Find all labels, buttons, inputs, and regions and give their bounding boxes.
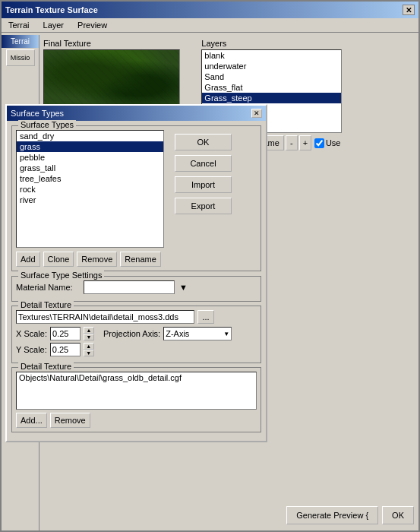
generate-preview-button[interactable]: Generate Preview {: [286, 506, 378, 524]
detail-texture-bottom-group: Detail Texture Objects\Natural\Detail\gr…: [11, 367, 261, 432]
y-scale-up[interactable]: ▲: [84, 343, 94, 350]
layers-label: Layers: [201, 39, 418, 48]
surface-action-buttons: Add Clone Remove Rename: [16, 252, 257, 267]
window-title: Terrain Texture Surface: [5, 5, 98, 14]
layer-item-selected[interactable]: Grass_steep: [202, 93, 341, 103]
plus-button[interactable]: +: [299, 135, 311, 150]
y-scale-row: Y Scale: ▲ ▼: [16, 343, 257, 356]
surface-types-group: Surface Types sand_dry grass pebble gras…: [11, 125, 261, 271]
layer-item[interactable]: Sand: [202, 71, 341, 82]
x-scale-row: X Scale: ▲ ▼ Projection Axis: Z-Axis ▼: [16, 327, 257, 340]
proj-axis-label: Projection Axis:: [103, 329, 160, 338]
proj-axis-select[interactable]: Z-Axis ▼: [163, 327, 232, 340]
texture-path-input[interactable]: [16, 310, 194, 324]
surface-type-settings-group: Surface Type Settings Material Name: ▼: [11, 276, 261, 302]
final-texture-preview: [43, 49, 180, 110]
combo-arrow-icon: ▼: [223, 331, 229, 337]
detail-texture-bottom-title: Detail Texture: [18, 362, 74, 371]
dialog-body: Surface Types sand_dry grass pebble gras…: [7, 121, 266, 441]
layer-item[interactable]: blank: [202, 50, 341, 61]
title-bar: Terrain Texture Surface ✕: [2, 2, 418, 18]
mission-button[interactable]: Missio: [6, 49, 35, 66]
layer-item[interactable]: Grass_flat: [202, 82, 341, 93]
material-name-input[interactable]: [84, 280, 175, 294]
detail-texture-item[interactable]: Objects\Natural\Detail\grass_oldb_detail…: [17, 372, 256, 383]
x-scale-spinners: ▲ ▼: [84, 327, 94, 340]
close-button[interactable]: ✕: [403, 5, 415, 15]
surface-item-sand-dry[interactable]: sand_dry: [17, 131, 163, 141]
y-scale-label: Y Scale:: [16, 345, 47, 354]
texture-path-row: ...: [16, 310, 257, 324]
left-panel-tab: Terrai: [2, 35, 39, 48]
dialog-right-buttons: OK Cancel Import Export: [175, 130, 232, 248]
menu-bar: Terrai Layer Preview: [2, 18, 418, 33]
dialog-close-button[interactable]: ✕: [251, 109, 262, 118]
menu-terrai[interactable]: Terrai: [5, 20, 33, 30]
dialog-ok-button[interactable]: OK: [175, 134, 232, 150]
detail-texture-listbox[interactable]: Objects\Natural\Detail\grass_oldb_detail…: [16, 372, 257, 410]
dialog-export-button[interactable]: Export: [175, 198, 232, 214]
clone-surface-button[interactable]: Clone: [43, 252, 74, 267]
settings-group-title: Surface Type Settings: [18, 271, 104, 280]
surface-item-tree-leafes[interactable]: tree_leafes: [17, 173, 163, 184]
add-surface-button[interactable]: Add: [16, 252, 40, 267]
surface-item-grass-tall[interactable]: grass_tall: [17, 163, 163, 173]
x-scale-down[interactable]: ▼: [84, 334, 94, 340]
minus-button[interactable]: -: [286, 135, 298, 150]
main-window: Terrain Texture Surface ✕ Terrai Layer P…: [0, 0, 420, 532]
add-detail-button[interactable]: Add...: [16, 413, 47, 428]
x-scale-label: X Scale:: [16, 329, 47, 338]
rename-surface-button[interactable]: Rename: [120, 252, 161, 267]
remove-surface-button[interactable]: Remove: [77, 252, 117, 267]
surface-item-rock[interactable]: rock: [17, 184, 163, 195]
x-scale-input[interactable]: [50, 327, 81, 340]
surface-types-list[interactable]: sand_dry grass pebble grass_tall tree_le…: [16, 130, 164, 248]
surface-item-grass[interactable]: grass: [17, 141, 163, 152]
surface-item-river[interactable]: river: [17, 195, 163, 205]
detail-texture-group: Detail Texture ... X Scale: ▲ ▼ Projecti…: [11, 306, 261, 363]
detail-texture-group-title: Detail Texture: [18, 300, 74, 309]
y-scale-spinners: ▲ ▼: [84, 343, 94, 356]
detail-action-buttons: Add... Remove: [16, 413, 257, 428]
dialog-import-button[interactable]: Import: [175, 176, 232, 193]
use-checkbox[interactable]: [314, 138, 324, 148]
surface-item-pebble[interactable]: pebble: [17, 152, 163, 163]
final-texture-label: Final Texture: [43, 39, 197, 48]
x-scale-up[interactable]: ▲: [84, 327, 94, 334]
surface-types-content: sand_dry grass pebble grass_tall tree_le…: [16, 130, 257, 248]
surface-types-group-title: Surface Types: [18, 120, 76, 129]
surface-types-dialog: Surface Types ✕ Surface Types sand_dry g…: [5, 104, 267, 442]
menu-layer[interactable]: Layer: [40, 20, 68, 30]
use-label: Use: [326, 138, 341, 147]
material-name-row: Material Name: ▼: [16, 280, 257, 294]
y-scale-input[interactable]: [50, 343, 81, 356]
browse-button[interactable]: ...: [197, 310, 214, 324]
remove-detail-button[interactable]: Remove: [50, 413, 90, 428]
material-arrow: ▼: [179, 283, 188, 292]
menu-preview[interactable]: Preview: [74, 20, 110, 30]
y-scale-down[interactable]: ▼: [84, 350, 94, 356]
material-name-label: Material Name:: [16, 283, 81, 292]
layer-item[interactable]: underwater: [202, 61, 341, 71]
dialog-title-bar: Surface Types ✕: [7, 106, 266, 121]
ok-button[interactable]: OK: [382, 506, 414, 524]
dialog-title: Surface Types: [11, 109, 64, 118]
proj-axis-value: Z-Axis: [166, 329, 189, 338]
bottom-btn-row: Generate Preview { OK: [286, 506, 414, 524]
dialog-cancel-button[interactable]: Cancel: [175, 155, 232, 172]
